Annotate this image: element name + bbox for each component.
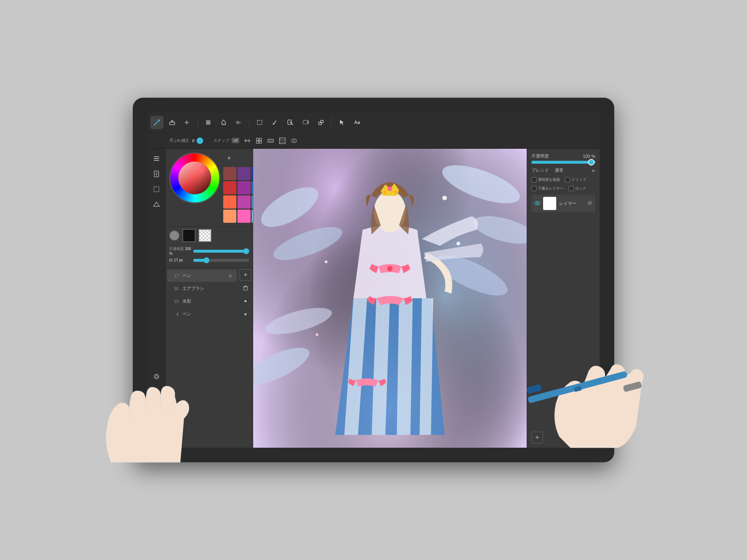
brush-list-item[interactable]: 4 ペン — [167, 308, 237, 320]
brush-up-btn[interactable] — [240, 295, 251, 307]
brush-delete-btn[interactable] — [240, 282, 251, 294]
snap-line-icon[interactable] — [242, 136, 252, 146]
palette-color-cell[interactable] — [237, 181, 251, 194]
svg-marker-55 — [158, 421, 159, 423]
brush-name: エアブラシ — [182, 285, 232, 292]
right-opacity-label: 不透明度 — [531, 153, 549, 159]
width-slider[interactable] — [193, 259, 249, 262]
select-lasso-tool[interactable] — [299, 116, 312, 129]
snap-grid-icon[interactable] — [254, 136, 264, 146]
tablet-frame: ✛ — [133, 98, 614, 462]
palette-add-btn[interactable]: + — [223, 152, 235, 164]
palette-color-cell[interactable] — [223, 181, 236, 194]
select-rect-tool[interactable] — [253, 116, 266, 129]
palette-color-cell[interactable] — [237, 167, 251, 180]
opacity-slider-label: 不透明度 100 % — [169, 246, 191, 256]
palette-grid — [223, 167, 253, 223]
svg-marker-64 — [244, 314, 247, 316]
brush-add-btn[interactable]: + — [240, 269, 251, 281]
layer-visibility-icon[interactable] — [534, 201, 540, 206]
svg-point-47 — [155, 376, 158, 378]
select-pen-tool[interactable] — [284, 116, 297, 129]
svg-point-51 — [157, 391, 158, 392]
artwork-svg — [253, 149, 527, 448]
sidebar-undo-icon[interactable] — [150, 431, 163, 445]
foreground-swatch[interactable] — [182, 229, 196, 242]
brush-size: 50 — [171, 286, 179, 291]
svg-marker-6 — [222, 120, 225, 124]
brush-list-item[interactable]: 50 エアブラシ — [167, 283, 237, 295]
sidebar-redo-icon[interactable] — [150, 416, 163, 429]
blend-label: ブレンド — [531, 167, 549, 174]
svg-rect-24 — [259, 138, 262, 140]
sidebar-palette-icon[interactable] — [150, 385, 163, 399]
pen-tool[interactable] — [150, 116, 163, 129]
brush-list: 17 ペン ⚙ 50 エアブラシ 15 水彩 4 ペン — [166, 268, 238, 322]
snap-label: スナップ — [213, 138, 229, 143]
right-opacity-slider[interactable] — [531, 161, 595, 164]
artwork — [253, 149, 527, 448]
svg-rect-44 — [154, 187, 159, 192]
main-area: + — [147, 149, 600, 448]
brush-list-area: 17 ペン ⚙ 50 エアブラシ 15 水彩 4 ペン + — [166, 268, 253, 322]
clip-checkbox[interactable]: クリップ — [565, 177, 586, 182]
transform-tool[interactable] — [314, 116, 328, 129]
protect-alpha-checkbox[interactable]: 透明度を保護 — [531, 177, 560, 182]
svg-rect-15 — [303, 120, 308, 124]
right-panel: 不透明度 100 % ブレンド 通常 ▶ — [527, 149, 600, 448]
color-wheel[interactable] — [169, 152, 220, 203]
palette-color-cell[interactable] — [237, 195, 251, 209]
eyedropper-tool[interactable] — [268, 116, 282, 129]
svg-marker-56 — [154, 436, 155, 439]
layer-thumbnail — [543, 197, 556, 210]
select-arrow-tool[interactable] — [335, 116, 348, 129]
blend-arrow-icon[interactable]: ▶ — [592, 168, 595, 172]
brush-list-item[interactable]: 17 ペン ⚙ — [167, 270, 237, 282]
sidebar-ruler-icon[interactable] — [150, 198, 163, 211]
underdraw-checkbox[interactable]: 下書きレイヤー — [531, 186, 564, 191]
stabilizer-dot[interactable] — [197, 137, 203, 144]
layer-delete-button[interactable] — [584, 432, 595, 443]
svg-rect-18 — [321, 120, 323, 123]
toolbar-divider-2 — [249, 117, 249, 128]
lock-checkbox[interactable]: ロック — [569, 186, 586, 191]
color-mode-icon[interactable] — [169, 230, 179, 241]
svg-point-78 — [388, 187, 392, 191]
blend-value: 通常 — [555, 167, 564, 174]
palette-color-cell[interactable] — [223, 167, 236, 180]
sidebar-menu-icon[interactable] — [150, 152, 163, 166]
sidebar-new-file-icon[interactable] — [150, 167, 163, 181]
sidebar-layers-icon[interactable] — [150, 400, 163, 414]
snap-circle-icon[interactable] — [289, 136, 299, 146]
eraser-tool[interactable] — [166, 116, 179, 129]
palette-color-cell[interactable] — [237, 210, 251, 223]
left-sidebar — [147, 149, 166, 448]
palette-color-cell[interactable] — [223, 195, 236, 209]
sidebar-select-icon[interactable] — [150, 182, 163, 196]
layer-add-button[interactable]: + — [531, 432, 543, 443]
palette-color-cell[interactable] — [223, 210, 236, 223]
background-swatch[interactable] — [198, 229, 212, 242]
layer-settings-icon[interactable] — [587, 201, 592, 207]
canvas-area[interactable] — [253, 149, 527, 448]
text-tool[interactable]: Aa — [351, 116, 364, 129]
bucket-tool[interactable] — [217, 116, 230, 129]
color-section: + — [166, 149, 253, 227]
brush-list-item[interactable]: 15 水彩 — [167, 295, 237, 307]
gradient-tool[interactable] — [232, 116, 245, 129]
svg-marker-63 — [244, 300, 247, 302]
move-tool[interactable]: ✛ — [181, 116, 194, 129]
sidebar-brush-icon[interactable] — [150, 370, 163, 384]
snap-rule-icon[interactable] — [266, 136, 276, 146]
sliders-section: 不透明度 100 % 幅 17 px — [166, 244, 253, 268]
snap-hatch-icon[interactable] — [277, 136, 287, 146]
snap-off-badge[interactable]: off — [232, 138, 239, 143]
brush-down-btn[interactable] — [240, 308, 251, 320]
toolbar-divider-1 — [198, 117, 198, 128]
layer-name: レイヤー — [559, 201, 584, 207]
checkbox-row-1: 透明度を保護 クリップ — [531, 177, 595, 182]
fill-rect-tool[interactable] — [202, 116, 215, 129]
brush-settings-icon[interactable]: ⚙ — [228, 273, 232, 279]
svg-rect-53 — [154, 406, 159, 408]
opacity-slider[interactable] — [193, 250, 249, 253]
